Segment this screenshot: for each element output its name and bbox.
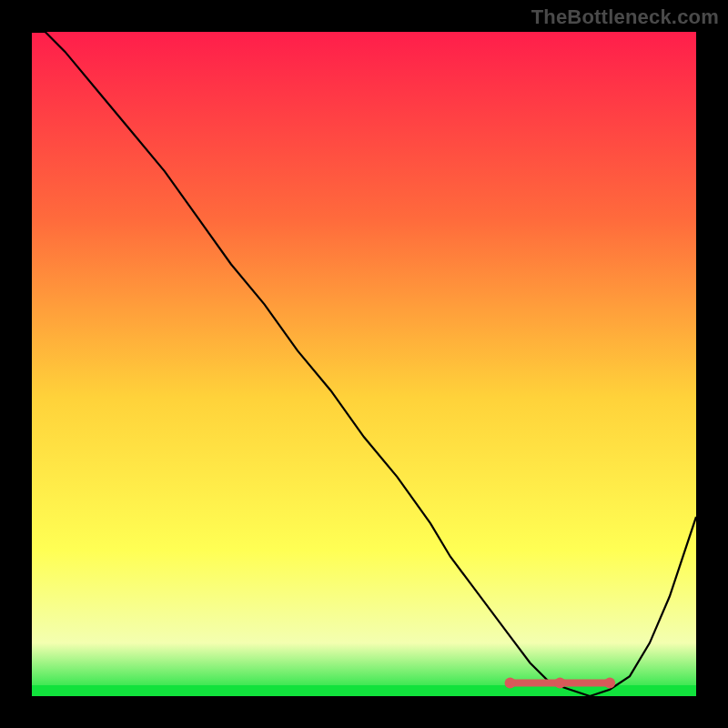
svg-point-3 (604, 677, 615, 688)
chart-svg (32, 32, 696, 696)
plot-area (32, 32, 696, 696)
chart-stage: TheBottleneck.com (0, 0, 728, 728)
svg-point-2 (554, 677, 565, 688)
watermark-text: TheBottleneck.com (531, 5, 719, 29)
svg-point-1 (505, 677, 516, 688)
